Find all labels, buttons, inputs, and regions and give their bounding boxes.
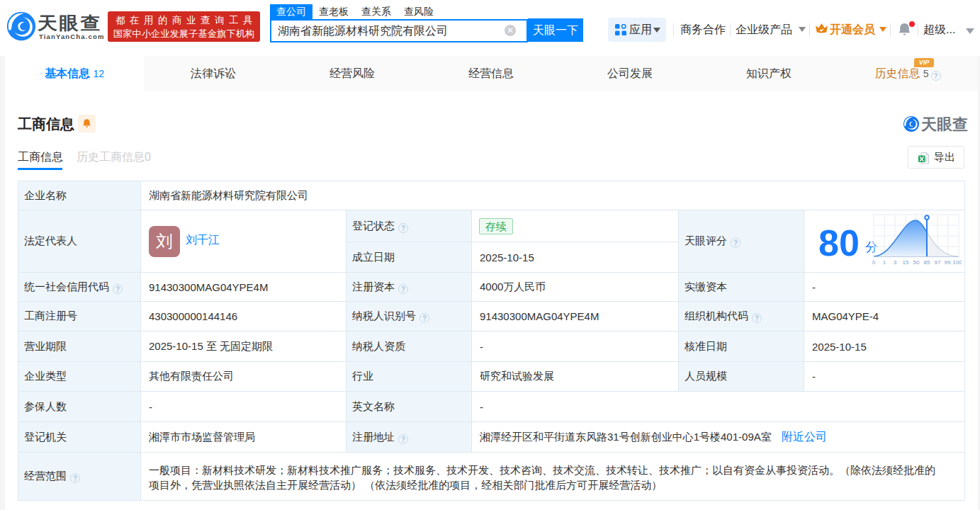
svg-text:3: 3 [894, 259, 897, 266]
svg-text:97: 97 [935, 259, 941, 266]
svg-text:15: 15 [903, 259, 909, 266]
svg-text:100: 100 [952, 259, 962, 266]
svg-text:85: 85 [924, 259, 930, 266]
svg-text:0: 0 [872, 259, 876, 266]
svg-text:50: 50 [913, 259, 920, 266]
svg-text:99: 99 [945, 259, 951, 266]
svg-text:天眼查: 天眼查 [920, 115, 968, 132]
svg-text:1: 1 [883, 259, 886, 266]
